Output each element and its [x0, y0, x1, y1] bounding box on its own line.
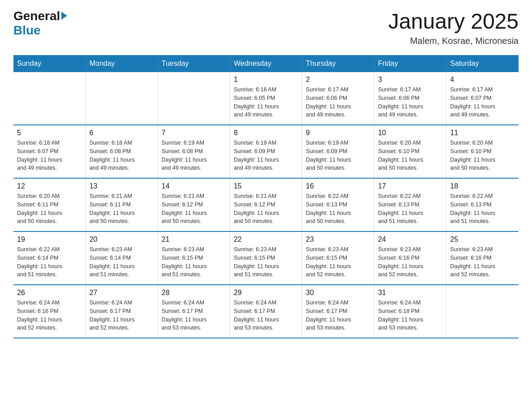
day-number: 23 [306, 235, 370, 244]
calendar-cell: 31Sunrise: 6:24 AM Sunset: 6:18 PM Dayli… [374, 285, 446, 338]
day-info: Sunrise: 6:19 AM Sunset: 6:08 PM Dayligh… [162, 139, 226, 172]
day-number: 3 [378, 76, 442, 84]
calendar-cell: 21Sunrise: 6:23 AM Sunset: 6:15 PM Dayli… [158, 231, 230, 285]
day-number: 1 [234, 76, 298, 84]
calendar-week-4: 19Sunrise: 6:22 AM Sunset: 6:14 PM Dayli… [13, 231, 519, 285]
day-number: 22 [234, 235, 298, 244]
calendar-cell: 11Sunrise: 6:20 AM Sunset: 6:10 PM Dayli… [446, 125, 519, 178]
calendar-cell: 30Sunrise: 6:24 AM Sunset: 6:17 PM Dayli… [302, 285, 374, 338]
calendar-cell: 24Sunrise: 6:23 AM Sunset: 6:16 PM Dayli… [374, 231, 446, 285]
day-number: 26 [17, 289, 82, 297]
calendar-cell: 13Sunrise: 6:21 AM Sunset: 6:11 PM Dayli… [86, 178, 158, 231]
header-cell-friday: Friday [374, 55, 446, 72]
day-number: 12 [17, 182, 82, 190]
calendar-cell [86, 72, 158, 125]
day-number: 10 [378, 129, 442, 137]
day-info: Sunrise: 6:24 AM Sunset: 6:17 PM Dayligh… [234, 299, 298, 332]
calendar-cell: 5Sunrise: 6:18 AM Sunset: 6:07 PM Daylig… [13, 125, 86, 178]
calendar-cell: 16Sunrise: 6:22 AM Sunset: 6:13 PM Dayli… [302, 178, 374, 231]
calendar-week-5: 26Sunrise: 6:24 AM Sunset: 6:16 PM Dayli… [13, 285, 519, 338]
day-number: 20 [90, 235, 154, 244]
calendar-cell: 17Sunrise: 6:22 AM Sunset: 6:13 PM Dayli… [374, 178, 446, 231]
day-info: Sunrise: 6:22 AM Sunset: 6:14 PM Dayligh… [17, 245, 82, 279]
calendar-cell [13, 72, 86, 125]
day-info: Sunrise: 6:22 AM Sunset: 6:13 PM Dayligh… [450, 192, 515, 226]
day-number: 7 [162, 129, 226, 137]
day-number: 15 [234, 182, 298, 190]
calendar-week-2: 5Sunrise: 6:18 AM Sunset: 6:07 PM Daylig… [13, 125, 519, 178]
day-info: Sunrise: 6:21 AM Sunset: 6:12 PM Dayligh… [234, 192, 298, 226]
page-title: January 2025 [388, 9, 519, 34]
day-info: Sunrise: 6:17 AM Sunset: 6:06 PM Dayligh… [378, 86, 442, 119]
day-number: 27 [90, 289, 154, 297]
day-info: Sunrise: 6:17 AM Sunset: 6:06 PM Dayligh… [306, 86, 370, 119]
day-info: Sunrise: 6:23 AM Sunset: 6:16 PM Dayligh… [378, 245, 442, 279]
calendar-cell: 8Sunrise: 6:19 AM Sunset: 6:09 PM Daylig… [230, 125, 302, 178]
calendar-cell: 14Sunrise: 6:21 AM Sunset: 6:12 PM Dayli… [158, 178, 230, 231]
calendar-cell: 19Sunrise: 6:22 AM Sunset: 6:14 PM Dayli… [13, 231, 86, 285]
calendar-week-1: 1Sunrise: 6:16 AM Sunset: 6:05 PM Daylig… [13, 72, 519, 125]
calendar-cell: 20Sunrise: 6:23 AM Sunset: 6:14 PM Dayli… [86, 231, 158, 285]
day-number: 24 [378, 235, 442, 244]
day-number: 6 [90, 129, 154, 137]
day-info: Sunrise: 6:20 AM Sunset: 6:10 PM Dayligh… [378, 139, 442, 172]
day-info: Sunrise: 6:17 AM Sunset: 6:07 PM Dayligh… [450, 86, 515, 119]
day-info: Sunrise: 6:22 AM Sunset: 6:13 PM Dayligh… [378, 192, 442, 226]
logo-arrow-icon [61, 12, 67, 20]
calendar-cell: 22Sunrise: 6:23 AM Sunset: 6:15 PM Dayli… [230, 231, 302, 285]
day-number: 21 [162, 235, 226, 244]
day-info: Sunrise: 6:24 AM Sunset: 6:17 PM Dayligh… [306, 299, 370, 332]
day-info: Sunrise: 6:24 AM Sunset: 6:17 PM Dayligh… [90, 299, 154, 332]
calendar-body: 1Sunrise: 6:16 AM Sunset: 6:05 PM Daylig… [13, 72, 519, 338]
calendar-cell: 18Sunrise: 6:22 AM Sunset: 6:13 PM Dayli… [446, 178, 519, 231]
header-cell-sunday: Sunday [13, 55, 86, 72]
day-info: Sunrise: 6:20 AM Sunset: 6:11 PM Dayligh… [17, 192, 82, 226]
page-subtitle: Malem, Kosrae, Micronesia [388, 36, 519, 46]
day-info: Sunrise: 6:23 AM Sunset: 6:15 PM Dayligh… [306, 245, 370, 279]
title-section: January 2025 Malem, Kosrae, Micronesia [388, 9, 519, 46]
day-number: 25 [450, 235, 515, 244]
header-row: SundayMondayTuesdayWednesdayThursdayFrid… [13, 55, 519, 72]
day-info: Sunrise: 6:23 AM Sunset: 6:15 PM Dayligh… [234, 245, 298, 279]
day-info: Sunrise: 6:24 AM Sunset: 6:16 PM Dayligh… [17, 299, 82, 332]
header-cell-tuesday: Tuesday [158, 55, 230, 72]
day-number: 29 [234, 289, 298, 297]
header-cell-monday: Monday [86, 55, 158, 72]
calendar-cell: 4Sunrise: 6:17 AM Sunset: 6:07 PM Daylig… [446, 72, 519, 125]
calendar-cell: 15Sunrise: 6:21 AM Sunset: 6:12 PM Dayli… [230, 178, 302, 231]
day-number: 31 [378, 289, 442, 297]
logo-general-text: General [13, 9, 60, 23]
calendar-cell: 2Sunrise: 6:17 AM Sunset: 6:06 PM Daylig… [302, 72, 374, 125]
calendar-cell: 25Sunrise: 6:23 AM Sunset: 6:16 PM Dayli… [446, 231, 519, 285]
calendar-cell: 7Sunrise: 6:19 AM Sunset: 6:08 PM Daylig… [158, 125, 230, 178]
calendar-cell: 27Sunrise: 6:24 AM Sunset: 6:17 PM Dayli… [86, 285, 158, 338]
day-number: 17 [378, 182, 442, 190]
calendar-cell: 12Sunrise: 6:20 AM Sunset: 6:11 PM Dayli… [13, 178, 86, 231]
day-number: 14 [162, 182, 226, 190]
calendar-table: SundayMondayTuesdayWednesdayThursdayFrid… [13, 55, 519, 338]
day-number: 13 [90, 182, 154, 190]
day-info: Sunrise: 6:23 AM Sunset: 6:15 PM Dayligh… [162, 245, 226, 279]
calendar-cell: 23Sunrise: 6:23 AM Sunset: 6:15 PM Dayli… [302, 231, 374, 285]
day-number: 28 [162, 289, 226, 297]
calendar-cell: 9Sunrise: 6:19 AM Sunset: 6:09 PM Daylig… [302, 125, 374, 178]
day-number: 19 [17, 235, 82, 244]
logo-blue-text: Blue [13, 23, 41, 37]
calendar-cell [158, 72, 230, 125]
day-info: Sunrise: 6:18 AM Sunset: 6:08 PM Dayligh… [90, 139, 154, 172]
calendar-cell: 10Sunrise: 6:20 AM Sunset: 6:10 PM Dayli… [374, 125, 446, 178]
calendar-cell: 6Sunrise: 6:18 AM Sunset: 6:08 PM Daylig… [86, 125, 158, 178]
calendar-cell: 29Sunrise: 6:24 AM Sunset: 6:17 PM Dayli… [230, 285, 302, 338]
day-number: 16 [306, 182, 370, 190]
day-info: Sunrise: 6:24 AM Sunset: 6:17 PM Dayligh… [162, 299, 226, 332]
day-info: Sunrise: 6:22 AM Sunset: 6:13 PM Dayligh… [306, 192, 370, 226]
day-number: 30 [306, 289, 370, 297]
day-number: 2 [306, 76, 370, 84]
calendar-cell: 26Sunrise: 6:24 AM Sunset: 6:16 PM Dayli… [13, 285, 86, 338]
day-info: Sunrise: 6:20 AM Sunset: 6:10 PM Dayligh… [450, 139, 515, 172]
day-info: Sunrise: 6:16 AM Sunset: 6:05 PM Dayligh… [234, 86, 298, 119]
day-number: 4 [450, 76, 515, 84]
calendar-cell: 3Sunrise: 6:17 AM Sunset: 6:06 PM Daylig… [374, 72, 446, 125]
day-info: Sunrise: 6:24 AM Sunset: 6:18 PM Dayligh… [378, 299, 442, 332]
day-number: 9 [306, 129, 370, 137]
